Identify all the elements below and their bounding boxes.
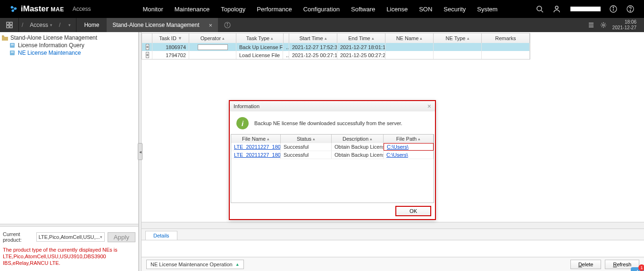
delete-button[interactable]: Delete xyxy=(570,260,602,269)
brand-module: Access xyxy=(73,6,91,12)
caret-up-icon: ▲ xyxy=(235,262,240,267)
col-ne-name[interactable]: NE Name▴ xyxy=(385,34,434,43)
tab-details[interactable]: Details xyxy=(145,231,177,240)
path-link[interactable]: C:\Users\ xyxy=(386,152,408,158)
breadcrumb-dropdown[interactable]: ▾ xyxy=(63,18,76,32)
info-dialog: Information × i Backup NE license file d… xyxy=(229,100,436,220)
tree-root[interactable]: Stand-Alone License Management xyxy=(1,34,137,42)
col-more[interactable] xyxy=(284,34,289,43)
sidebar: Stand-Alone License Management License I… xyxy=(0,32,139,271)
tab-license-management[interactable]: Stand-Alone License Management × xyxy=(107,18,218,32)
product-label: Current product: xyxy=(3,231,33,243)
svg-rect-26 xyxy=(11,45,14,45)
list-icon[interactable] xyxy=(588,22,594,28)
col-remarks[interactable]: Remarks xyxy=(482,34,530,43)
breadcrumb-access[interactable]: Access▾ xyxy=(26,22,56,28)
col-start-time[interactable]: Start Time▴ xyxy=(289,34,337,43)
apps-icon[interactable] xyxy=(0,18,19,32)
col-task-type[interactable]: Task Type▴ xyxy=(236,34,284,43)
tab-info-icon[interactable] xyxy=(218,22,237,28)
sort-icon: ▴ xyxy=(222,36,225,41)
svg-point-10 xyxy=(613,7,614,8)
sort-icon: ▴ xyxy=(420,36,422,41)
nav-configuration[interactable]: Configuration xyxy=(303,6,340,13)
nav-monitor[interactable]: Monitor xyxy=(142,6,163,13)
alert-widget[interactable]: 1 xyxy=(631,267,644,271)
separator: / xyxy=(56,22,63,28)
operation-dropdown[interactable]: NE License Maintenance Operation ▲ xyxy=(146,260,244,269)
product-note: The product type of the currently displa… xyxy=(3,246,135,266)
svg-rect-15 xyxy=(7,25,9,28)
path-link[interactable]: C:\Users\ xyxy=(387,144,409,150)
col-file-path[interactable]: File Path▴ xyxy=(384,135,434,143)
info-icon: i xyxy=(236,117,249,129)
clock-time: 18:06 xyxy=(612,19,636,25)
expand-icon[interactable]: + xyxy=(146,44,150,50)
sort-icon: ▴ xyxy=(372,36,374,41)
nav-maintenance[interactable]: Maintenance xyxy=(175,6,209,13)
nav-software[interactable]: Software xyxy=(351,6,375,13)
file-link[interactable]: LTE_20211227_1805... xyxy=(234,152,281,158)
tree: Stand-Alone License Management License I… xyxy=(0,32,138,224)
sort-icon: ▴ xyxy=(325,36,327,41)
nav-topology[interactable]: Topology xyxy=(221,6,245,13)
gear-icon[interactable] xyxy=(600,22,607,28)
nav-system[interactable]: System xyxy=(477,6,497,13)
ok-button[interactable]: OK xyxy=(395,206,431,216)
tree-item-license-query[interactable]: License Information Query xyxy=(1,42,137,49)
product-select[interactable]: LTE,Pico,AtomCell,USU,... ▾ xyxy=(36,232,105,242)
col-operator[interactable]: Operator▴ xyxy=(189,34,236,43)
task-table: Task ID▼ Operator▴ Task Type▴ Start Time… xyxy=(142,33,530,59)
nav-performance[interactable]: Performance xyxy=(257,6,292,13)
dialog-table: File Name▴ Status▴ Description▴ File Pat… xyxy=(231,134,434,203)
file-icon xyxy=(9,50,16,56)
top-bar: iMaster MAE Access Monitor Maintenance T… xyxy=(0,0,644,18)
col-task-id[interactable]: Task ID▼ xyxy=(152,34,189,43)
nav-license[interactable]: License xyxy=(386,6,408,13)
table-row[interactable]: + 1806974 Back Up License File ... 2021-… xyxy=(142,43,530,51)
scrollbar-placeholder[interactable] xyxy=(142,222,644,229)
clock-date: 2021-12-27 xyxy=(612,25,636,31)
sub-bar: / Access▾ / ▾ Home Stand-Alone License M… xyxy=(0,18,644,32)
close-icon[interactable]: × xyxy=(427,102,431,110)
table-row[interactable]: LTE_20211227_1805... Successful Obtain B… xyxy=(231,143,434,151)
logo-icon xyxy=(9,5,18,13)
user-icon[interactable] xyxy=(552,5,561,13)
chevron-down-icon: ▾ xyxy=(50,23,52,27)
table-row[interactable]: + 1794702 Load License File ... 2021-12-… xyxy=(142,51,530,59)
separator: / xyxy=(19,22,26,28)
svg-rect-25 xyxy=(11,44,14,44)
chevron-down-icon: ▾ xyxy=(100,235,102,239)
col-expand[interactable] xyxy=(142,34,152,43)
col-end-time[interactable]: End Time▴ xyxy=(337,34,385,43)
details-body xyxy=(142,240,644,257)
info-icon[interactable] xyxy=(609,5,618,13)
logo: iMaster MAE xyxy=(9,4,64,14)
file-link[interactable]: LTE_20211227_1805... xyxy=(234,144,281,150)
help-icon[interactable] xyxy=(626,5,635,13)
sort-icon: ▴ xyxy=(271,36,273,41)
col-file-name[interactable]: File Name▴ xyxy=(231,135,281,143)
nav-security[interactable]: Security xyxy=(443,6,466,13)
col-status[interactable]: Status▴ xyxy=(281,135,332,143)
tree-item-ne-license-maintenance[interactable]: NE License Maintenance xyxy=(1,49,137,57)
col-ne-type[interactable]: NE Type▴ xyxy=(434,34,482,43)
task-table-header: Task ID▼ Operator▴ Task Type▴ Start Time… xyxy=(142,34,530,43)
dialog-title: Information xyxy=(234,103,259,109)
expand-icon[interactable]: + xyxy=(146,52,150,58)
sort-icon: ▴ xyxy=(467,36,469,41)
col-description[interactable]: Description▴ xyxy=(332,135,384,143)
user-name[interactable] xyxy=(570,7,601,11)
close-icon[interactable]: × xyxy=(209,22,213,29)
alert-badge: 1 xyxy=(638,264,644,271)
search-icon[interactable] xyxy=(535,5,544,13)
bottom-section: Details NE License Maintenance Operation… xyxy=(142,222,644,271)
svg-rect-28 xyxy=(11,51,14,52)
svg-rect-14 xyxy=(10,22,12,25)
apply-button[interactable]: Apply xyxy=(108,232,135,242)
nav-son[interactable]: SON xyxy=(419,6,432,13)
tab-home[interactable]: Home xyxy=(76,18,107,32)
svg-rect-13 xyxy=(7,22,9,25)
table-row[interactable]: LTE_20211227_1805... Successful Obtain B… xyxy=(231,151,434,159)
dialog-header[interactable]: Information × xyxy=(230,101,435,111)
